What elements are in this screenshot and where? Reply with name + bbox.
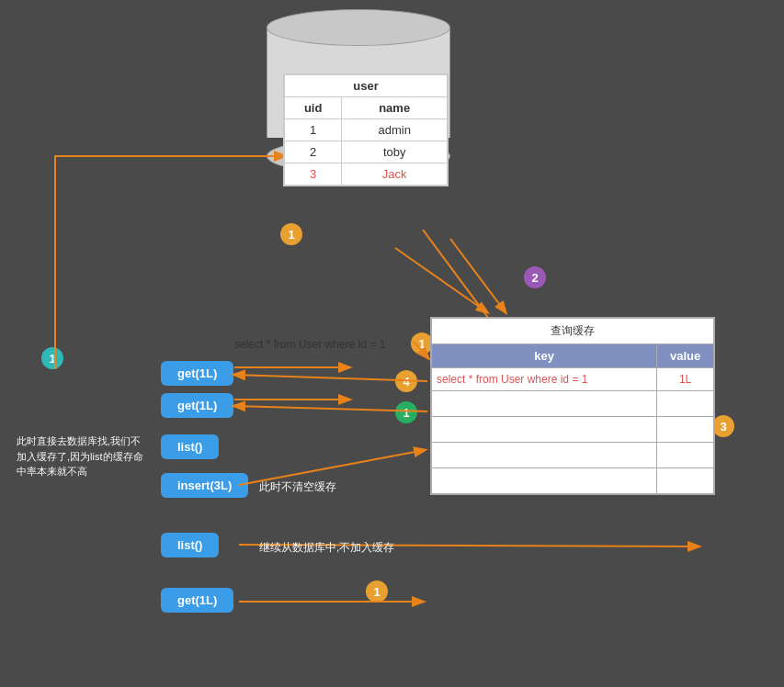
cache-row-empty bbox=[432, 417, 714, 443]
cell-uid: 2 bbox=[285, 141, 342, 163]
get1l-button-3[interactable]: get(1L) bbox=[161, 588, 233, 613]
cell-name: toby bbox=[342, 141, 448, 163]
svg-line-0 bbox=[395, 248, 487, 312]
col-uid: uid bbox=[285, 97, 342, 119]
cache-val-4 bbox=[657, 443, 714, 468]
cache-val-2 bbox=[657, 391, 714, 417]
table-title: user bbox=[285, 75, 448, 97]
cache-col-value: value bbox=[657, 344, 714, 368]
insert3l-button[interactable]: insert(3L) bbox=[161, 473, 248, 498]
cache-key-2 bbox=[432, 391, 657, 417]
cell-uid: 1 bbox=[285, 119, 342, 141]
cache-key-1: select * from User where id = 1 bbox=[432, 368, 657, 391]
cache-key-4 bbox=[432, 443, 657, 468]
get1l-button-1[interactable]: get(1L) bbox=[161, 361, 233, 386]
table-row: 2 toby bbox=[285, 141, 448, 163]
list-button-2[interactable]: list() bbox=[161, 533, 219, 557]
list-button-1[interactable]: list() bbox=[161, 434, 219, 459]
cache-val-1: 1L bbox=[657, 368, 714, 391]
badge-step3: 3 bbox=[712, 415, 734, 437]
cache-col-key: key bbox=[432, 344, 657, 368]
cache-val-3 bbox=[657, 417, 714, 443]
svg-line-1 bbox=[450, 239, 506, 312]
cell-name: Jack bbox=[342, 163, 448, 186]
cache-row-empty bbox=[432, 468, 714, 494]
cache-row-empty bbox=[432, 443, 714, 468]
get1l-button-2[interactable]: get(1L) bbox=[161, 393, 233, 418]
cache-table: 查询缓存 key value select * from User where … bbox=[430, 317, 715, 495]
badge-step2: 2 bbox=[524, 266, 546, 288]
db-cylinder-top bbox=[267, 9, 450, 46]
no-clear-label: 此时不清空缓存 bbox=[259, 479, 336, 495]
badge-db-step1: 1 bbox=[280, 223, 302, 245]
cell-name: admin bbox=[342, 119, 448, 141]
table-row: 1 admin bbox=[285, 119, 448, 141]
badge-green-1: 1 bbox=[395, 401, 417, 423]
cache-key-3 bbox=[432, 417, 657, 443]
cache-val-5 bbox=[657, 468, 714, 494]
cache-row-empty bbox=[432, 391, 714, 417]
continue-label: 继续从数据库中,不加入缓存 bbox=[259, 540, 394, 556]
user-table: user uid name 1 admin 2 toby 3 Jack bbox=[283, 73, 449, 186]
cell-uid: 3 bbox=[285, 163, 342, 186]
cache-title: 查询缓存 bbox=[432, 319, 714, 344]
svg-line-10 bbox=[423, 230, 496, 329]
col-name: name bbox=[342, 97, 448, 119]
badge-left-1: 1 bbox=[41, 347, 63, 369]
side-annotation: 此时直接去数据库找,我们不加入缓存了,因为list的缓存命中率本来就不高 bbox=[17, 434, 145, 479]
cache-row-filled: select * from User where id = 1 1L bbox=[432, 368, 714, 391]
table-row-highlighted: 3 Jack bbox=[285, 163, 448, 186]
badge-step4: 4 bbox=[395, 370, 417, 392]
sql-query-label: select * from User where id = 1 bbox=[234, 338, 385, 351]
cache-key-5 bbox=[432, 468, 657, 494]
badge-list-seq: 1 bbox=[366, 580, 388, 603]
